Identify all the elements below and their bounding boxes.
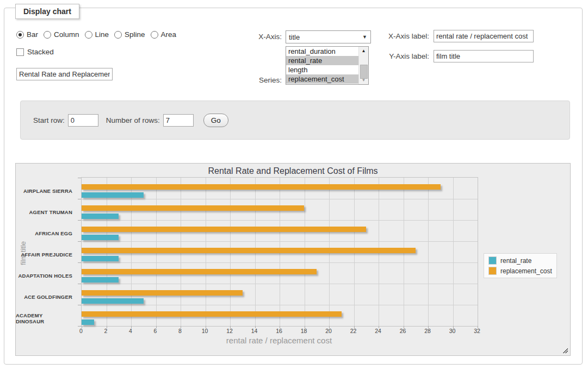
legend-swatch-rental_rate: [488, 256, 497, 265]
gridline-h: [82, 199, 478, 199]
radio-spline[interactable]: [114, 31, 122, 39]
chart-container: Rental Rate and Replacement Cost of Film…: [15, 163, 571, 356]
gridline-h: [82, 241, 478, 242]
x-tick-label: 8: [172, 328, 188, 334]
start-row-input[interactable]: [68, 114, 98, 127]
gridline-h: [82, 284, 478, 284]
bar-replacement_cost: [82, 290, 243, 296]
gridline-v: [453, 178, 454, 326]
x-tick-label: 12: [221, 328, 238, 334]
legend-swatch-replacement_cost: [488, 267, 497, 275]
go-button[interactable]: Go: [203, 114, 228, 127]
series-select-label: Series:: [211, 76, 282, 84]
bar-replacement_cost: [82, 227, 366, 232]
number-of-rows-label: Number of rows:: [106, 116, 160, 124]
x-axis-select-value: title: [289, 33, 300, 41]
plot-area: [81, 177, 478, 327]
category-label: AIRPLANE SIERRA: [16, 180, 72, 202]
stacked-label[interactable]: Stacked: [27, 48, 54, 56]
y-tick-mark: [78, 220, 81, 221]
bar-replacement_cost: [82, 205, 304, 211]
radio-column[interactable]: [44, 31, 51, 39]
legend-entry-rental_rate: rental_rate: [488, 256, 552, 265]
gridline-v: [428, 178, 429, 326]
y-tick-mark: [78, 178, 81, 178]
chart-title-input[interactable]: [16, 68, 113, 80]
x-tick-label: 20: [320, 328, 337, 334]
category-label: AFFAIR PREJUDICE: [16, 244, 72, 265]
number-of-rows-input[interactable]: [163, 114, 194, 127]
x-tick-label: 30: [444, 328, 461, 334]
bar-rental_rate: [82, 298, 144, 304]
y-axis-label-input[interactable]: [434, 50, 534, 62]
x-tick-label: 22: [345, 328, 362, 334]
bar-replacement_cost: [82, 248, 416, 253]
y-tick-mark: [78, 284, 81, 284]
x-axis-title: rental rate / replacement cost: [81, 336, 477, 345]
category-label: ADAPTATION HOLES: [16, 265, 72, 286]
panel-legend: Display chart: [15, 4, 79, 19]
radio-label[interactable]: Bar: [27, 30, 38, 39]
chart-legend: rental_ratereplacement_cost: [484, 253, 557, 278]
chart-type-radio-group: BarColumnLineSplineArea: [16, 30, 176, 39]
category-label: ACADEMY DINOSAUR: [16, 308, 72, 329]
x-tick-label: 6: [147, 328, 164, 334]
x-tick-label: 0: [73, 328, 89, 334]
bar-replacement_cost: [82, 311, 342, 317]
scroll-down-icon[interactable]: ▼: [359, 76, 368, 84]
bar-rental_rate: [82, 319, 94, 325]
y-tick-mark: [78, 241, 81, 242]
chart-type-option-column[interactable]: Column: [44, 30, 79, 39]
chart-type-option-area[interactable]: Area: [151, 30, 177, 39]
radio-label[interactable]: Column: [54, 30, 79, 39]
category-label: AFRICAN EGG: [16, 223, 72, 244]
category-axis-labels: AIRPLANE SIERRAAGENT TRUMANAFRICAN EGGAF…: [16, 177, 77, 325]
radio-line[interactable]: [85, 31, 92, 39]
x-tick-label: 24: [370, 328, 386, 334]
display-chart-panel: Display chart BarColumnLineSplineArea St…: [4, 8, 583, 365]
x-tick-label: 16: [271, 328, 287, 334]
resize-handle-icon[interactable]: [562, 347, 568, 353]
x-tick-label: 2: [98, 328, 114, 334]
x-tick-label: 26: [395, 328, 411, 334]
gridline-h: [82, 262, 478, 263]
x-tick-label: 32: [469, 328, 485, 334]
series-option-length[interactable]: length: [286, 65, 360, 74]
chart-type-option-line[interactable]: Line: [85, 30, 109, 39]
radio-label[interactable]: Line: [95, 30, 109, 39]
x-axis-tick-labels: 02468101214161820222426283032: [81, 328, 477, 335]
x-tick-label: 4: [122, 328, 139, 334]
radio-bar[interactable]: [16, 31, 24, 39]
chart-type-option-bar[interactable]: Bar: [16, 30, 38, 39]
x-axis-select-label: X-Axis:: [211, 33, 282, 41]
bar-rental_rate: [82, 256, 119, 261]
stacked-checkbox[interactable]: [16, 48, 24, 56]
x-tick-label: 18: [296, 328, 312, 334]
gridline-h: [82, 305, 478, 305]
y-tick-mark: [78, 305, 81, 305]
series-option-replacement_cost[interactable]: replacement_cost: [286, 74, 360, 84]
y-tick-mark: [78, 262, 81, 263]
x-axis-label-label: X-Axis label:: [342, 32, 429, 40]
bar-rental_rate: [82, 192, 144, 198]
bar-rental_rate: [82, 277, 119, 283]
legend-label: replacement_cost: [500, 267, 552, 275]
y-tick-mark: [78, 199, 81, 199]
start-row-label: Start row:: [33, 116, 65, 124]
radio-label[interactable]: Area: [161, 30, 177, 39]
stacked-row: Stacked: [16, 48, 54, 56]
y-tick-mark: [78, 326, 81, 327]
radio-area[interactable]: [151, 31, 158, 39]
bar-replacement_cost: [82, 184, 441, 190]
category-label: ACE GOLDFINGER: [16, 286, 72, 308]
chart-title: Rental Rate and Replacement Cost of Film…: [16, 166, 570, 176]
x-tick-label: 14: [246, 328, 263, 334]
x-tick-label: 28: [419, 328, 436, 334]
bar-rental_rate: [82, 235, 119, 240]
radio-label[interactable]: Spline: [125, 30, 145, 39]
category-label: AGENT TRUMAN: [16, 202, 72, 223]
chart-type-option-spline[interactable]: Spline: [114, 30, 145, 39]
x-axis-label-input[interactable]: [434, 30, 534, 42]
x-tick-label: 10: [197, 328, 213, 334]
gridline-h: [82, 220, 478, 221]
